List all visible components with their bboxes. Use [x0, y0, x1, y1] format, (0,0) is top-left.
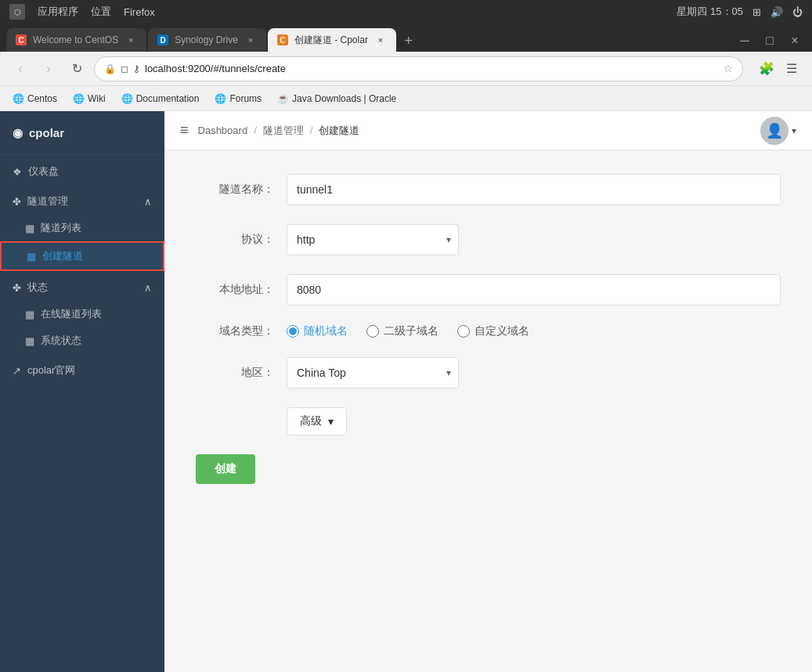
bookmark-centos[interactable]: 🌐 Centos	[6, 92, 63, 106]
forward-button[interactable]: ›	[38, 58, 60, 80]
new-tab-button[interactable]: +	[398, 30, 420, 52]
radio-secondary[interactable]	[366, 325, 379, 338]
bookmark-star-icon[interactable]: ☆	[724, 63, 733, 74]
centos-bookmark-label: Centos	[27, 93, 57, 104]
radio-random[interactable]	[287, 325, 299, 338]
reload-button[interactable]: ↻	[66, 58, 88, 80]
status-label: 状态	[27, 280, 48, 294]
browser-actions: ─ □ ×	[734, 30, 812, 52]
status-header-left: ✤ 状态	[13, 280, 48, 294]
sidebar-item-cpolar-site[interactable]: ↗ cpolar官网	[0, 354, 164, 387]
os-menu-firefox[interactable]: Firefox	[124, 6, 155, 18]
os-volume-icon[interactable]: 🔊	[770, 6, 783, 18]
domain-type-radio-group: 随机域名 二级子域名 自定义域名	[287, 324, 529, 338]
nav-right-actions: 🧩 ☰	[756, 58, 803, 80]
create-tunnel-icon: ▦	[27, 251, 36, 262]
protocol-select[interactable]: http https tcp udp	[287, 224, 459, 255]
tab-synology-drive[interactable]: D Synology Drive ×	[148, 28, 266, 52]
sidebar-item-tunnel-list[interactable]: ▦ 隧道列表	[0, 215, 164, 241]
tab-favicon-1: C	[16, 34, 27, 45]
create-tunnel-label: 创建隧道	[42, 249, 83, 263]
java-bookmark-label: Java Downloads | Oracle	[292, 93, 396, 104]
online-tunnels-icon: ▦	[25, 309, 34, 320]
advanced-chevron-icon: ▾	[328, 415, 334, 428]
sidebar-status-header[interactable]: ✤ 状态 ∧	[0, 271, 164, 301]
breadcrumb-sep-1: /	[254, 125, 257, 136]
tab-welcome-centos[interactable]: C Welcome to CentOS ×	[6, 28, 146, 52]
bookmark-wiki[interactable]: 🌐 Wiki	[67, 92, 112, 106]
bookmark-forums[interactable]: 🌐 Forums	[208, 92, 268, 106]
form-area: 隧道名称： 协议： http https tcp udp ▾ 本地	[164, 150, 812, 526]
bookmark-documentation[interactable]: 🌐 Documentation	[115, 92, 206, 106]
tunnel-name-label: 隧道名称：	[196, 182, 274, 197]
browser: C Welcome to CentOS × D Synology Drive ×…	[0, 23, 812, 111]
forums-bookmark-label: Forums	[229, 93, 262, 104]
region-row: 地区： China Top China Beijing China Shangh…	[196, 357, 781, 388]
domain-type-row: 域名类型： 随机域名 二级子域名 自定义域名	[196, 324, 781, 338]
tab-favicon-3: C	[277, 34, 288, 45]
extensions-icon[interactable]: 🧩	[756, 58, 778, 80]
sidebar-item-online-tunnels[interactable]: ▦ 在线隧道列表	[0, 301, 164, 327]
radio-custom[interactable]	[457, 325, 470, 338]
sys-status-icon: ▦	[25, 335, 34, 347]
protocol-select-wrapper: http https tcp udp ▾	[287, 224, 459, 255]
sidebar-item-create-tunnel[interactable]: ▦ 创建隧道	[0, 241, 164, 271]
breadcrumb-tunnel-mgmt: 隧道管理	[263, 124, 304, 138]
user-area[interactable]: 👤 ▾	[760, 117, 796, 145]
sidebar-logo-text: cpolar	[29, 126, 64, 139]
domain-type-label: 域名类型：	[196, 324, 274, 338]
local-addr-input[interactable]	[287, 274, 781, 305]
browser-maximize[interactable]: □	[759, 30, 781, 52]
region-select[interactable]: China Top China Beijing China Shanghai U…	[287, 357, 459, 388]
menu-hamburger-icon[interactable]: ≡	[180, 122, 189, 139]
status-icon: ✤	[13, 282, 21, 294]
local-addr-row: 本地地址：	[196, 274, 781, 305]
dashboard-label: 仪表盘	[28, 164, 59, 179]
os-power-icon[interactable]: ⏻	[792, 6, 803, 18]
external-link-label: cpolar官网	[27, 363, 75, 378]
region-select-wrapper: China Top China Beijing China Shanghai U…	[287, 357, 459, 388]
browser-close[interactable]: ×	[784, 30, 806, 52]
tunnel-name-input[interactable]	[287, 174, 781, 205]
sidebar-tunnel-mgmt-header[interactable]: ✤ 隧道管理 ∧	[0, 185, 164, 215]
advanced-button[interactable]: 高级 ▾	[287, 407, 347, 435]
key-icon: ⚷	[133, 63, 140, 74]
bookmark-java[interactable]: ☕ Java Downloads | Oracle	[271, 92, 402, 106]
content-header: ≡ Dashboard / 隧道管理 / 创建隧道 👤 ▾	[164, 111, 812, 150]
tab-label-1: Welcome to CentOS	[33, 34, 118, 45]
tab-bar: C Welcome to CentOS × D Synology Drive ×…	[0, 23, 812, 52]
radio-item-custom[interactable]: 自定义域名	[457, 324, 529, 338]
os-logo[interactable]: ⬡	[9, 4, 25, 20]
protocol-label: 协议：	[196, 233, 274, 247]
avatar[interactable]: 👤	[760, 117, 789, 145]
tunnel-mgmt-header-left: ✤ 隧道管理	[13, 194, 68, 208]
breadcrumb: Dashboard / 隧道管理 / 创建隧道	[198, 124, 360, 138]
create-button[interactable]: 创建	[196, 454, 255, 484]
os-menu-location[interactable]: 位置	[91, 5, 111, 19]
tab-close-3[interactable]: ×	[374, 34, 387, 46]
breadcrumb-container: ≡ Dashboard / 隧道管理 / 创建隧道	[180, 122, 359, 139]
os-menu-apps[interactable]: 应用程序	[38, 5, 78, 19]
tab-close-2[interactable]: ×	[244, 34, 257, 46]
sidebar-section-status: ✤ 状态 ∧ ▦ 在线隧道列表 ▦ 系统状态	[0, 271, 164, 354]
tab-cpolar[interactable]: C 创建隧道 - Cpolar ×	[268, 28, 396, 52]
dashboard-icon: ❖	[13, 166, 22, 178]
tunnel-mgmt-icon: ✤	[13, 196, 21, 208]
tunnel-list-label: 隧道列表	[41, 221, 81, 235]
os-bar-right: 星期四 15：05 ⊞ 🔊 ⏻	[677, 5, 803, 19]
main-content: ≡ Dashboard / 隧道管理 / 创建隧道 👤 ▾ 隧道名称：	[164, 111, 812, 672]
radio-item-random[interactable]: 随机域名	[287, 324, 348, 338]
url-bar[interactable]: 🔒 ◻ ⚷ localhost:9200/#/tunnels/create ☆	[94, 56, 743, 81]
sidebar: ◉ cpolar ❖ 仪表盘 ✤ 隧道管理 ∧ ▦ 隧	[0, 111, 164, 672]
os-network-icon[interactable]: ⊞	[752, 6, 761, 18]
sidebar-item-sys-status[interactable]: ▦ 系统状态	[0, 327, 164, 354]
tab-close-1[interactable]: ×	[125, 34, 137, 46]
browser-minimize[interactable]: ─	[734, 30, 756, 52]
browser-menu-icon[interactable]: ☰	[781, 58, 803, 80]
sidebar-item-dashboard[interactable]: ❖ 仪表盘	[0, 155, 164, 185]
external-link-icon: ↗	[13, 365, 21, 377]
radio-item-secondary[interactable]: 二级子域名	[366, 324, 438, 338]
sidebar-logo: ◉ cpolar	[0, 111, 164, 155]
back-button[interactable]: ‹	[9, 58, 31, 80]
os-bar-left: ⬡ 应用程序 位置 Firefox	[9, 4, 155, 20]
